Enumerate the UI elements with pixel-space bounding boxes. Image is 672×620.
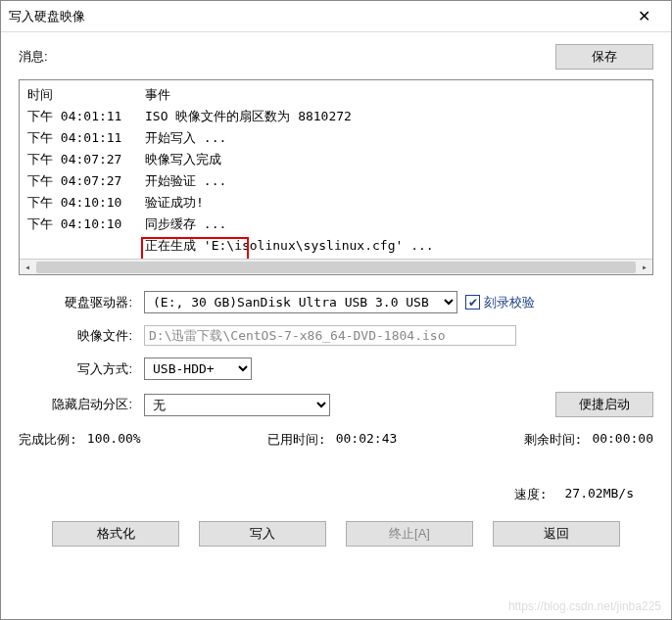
button-row: 格式化 写入 终止[A] 返回	[19, 513, 653, 550]
value-remaining: 00:00:00	[592, 431, 653, 449]
col-header-time: 时间	[27, 84, 145, 106]
log-header: 时间 事件	[27, 84, 645, 106]
log-event: 开始验证 ...	[145, 170, 645, 192]
log-time: 下午 04:01:11	[27, 106, 145, 127]
message-row: 消息: 保存	[19, 44, 653, 70]
log-row: 下午 04:10:10同步缓存 ...	[27, 214, 645, 235]
window-title: 写入硬盘映像	[9, 8, 624, 25]
check-icon: ✔	[465, 295, 480, 310]
value-speed: 27.02MB/s	[565, 486, 634, 503]
write-button[interactable]: 写入	[199, 521, 326, 547]
scrollbar-horizontal[interactable]: ◂ ▸	[20, 259, 652, 274]
value-elapsed: 00:02:43	[336, 431, 398, 449]
save-button[interactable]: 保存	[555, 44, 653, 70]
form-area: 硬盘驱动器: (E:, 30 GB)SanDisk Ultra USB 3.0 …	[19, 285, 653, 421]
label-remaining: 剩余时间:	[524, 431, 583, 449]
log-event: 正在生成 'E:\isolinux\syslinux.cfg' ...	[145, 235, 645, 257]
log-event: ISO 映像文件的扇区数为 8810272	[145, 106, 645, 127]
log-time	[27, 235, 145, 257]
speed-row: 速度: 27.02MB/s	[19, 486, 653, 503]
log-row: 下午 04:10:10验证成功!	[27, 192, 645, 214]
log-time: 下午 04:10:10	[27, 214, 145, 235]
scroll-right-icon[interactable]: ▸	[637, 261, 652, 274]
image-file-field[interactable]	[144, 325, 516, 346]
value-progress: 100.00%	[87, 431, 141, 449]
log-time: 下午 04:07:27	[27, 170, 145, 192]
log-time: 下午 04:07:27	[27, 149, 145, 170]
label-progress: 完成比例:	[19, 431, 77, 449]
content-area: 消息: 保存 时间 事件 下午 04:01:11ISO 映像文件的扇区数为 88…	[1, 32, 671, 619]
format-button[interactable]: 格式化	[52, 521, 179, 547]
row-hidden-boot: 隐藏启动分区: 无 便捷启动	[19, 392, 653, 417]
log-row: 下午 04:01:11开始写入 ...	[27, 127, 645, 149]
dialog-window: 写入硬盘映像 ✕ 消息: 保存 时间 事件 下午 04:01:11ISO 映像文…	[0, 0, 672, 620]
back-button[interactable]: 返回	[493, 521, 620, 547]
message-label: 消息:	[19, 48, 555, 66]
log-event: 开始写入 ...	[145, 127, 645, 149]
log-row: 下午 04:01:11ISO 映像文件的扇区数为 8810272	[27, 106, 645, 127]
scroll-left-icon[interactable]: ◂	[20, 261, 35, 274]
abort-button[interactable]: 终止[A]	[346, 521, 473, 547]
row-write-method: 写入方式: USB-HDD+	[19, 358, 653, 380]
col-header-event: 事件	[145, 84, 645, 106]
label-hidden-boot: 隐藏启动分区:	[19, 396, 136, 413]
row-drive: 硬盘驱动器: (E:, 30 GB)SanDisk Ultra USB 3.0 …	[19, 291, 653, 313]
log-time: 下午 04:10:10	[27, 192, 145, 214]
log-row: 下午 04:07:27映像写入完成	[27, 149, 645, 170]
drive-select[interactable]: (E:, 30 GB)SanDisk Ultra USB 3.0 USB De	[144, 291, 457, 313]
close-icon[interactable]: ✕	[624, 7, 663, 25]
scroll-track[interactable]	[36, 262, 636, 273]
log-event: 映像写入完成	[145, 149, 645, 170]
label-write-method: 写入方式:	[19, 360, 136, 378]
titlebar: 写入硬盘映像 ✕	[1, 1, 671, 32]
log-event: 验证成功!	[145, 192, 645, 214]
verify-label: 刻录校验	[484, 294, 535, 311]
write-method-select[interactable]: USB-HDD+	[144, 358, 252, 380]
row-image-file: 映像文件:	[19, 325, 653, 346]
hidden-boot-select[interactable]: 无	[144, 394, 330, 416]
log-box[interactable]: 时间 事件 下午 04:01:11ISO 映像文件的扇区数为 8810272下午…	[19, 79, 653, 275]
convenient-boot-button[interactable]: 便捷启动	[555, 392, 653, 417]
log-event: 同步缓存 ...	[145, 214, 645, 235]
log-time: 下午 04:01:11	[27, 127, 145, 149]
label-speed: 速度:	[514, 486, 548, 503]
label-elapsed: 已用时间:	[267, 431, 326, 449]
log-row: 下午 04:07:27开始验证 ...	[27, 170, 645, 192]
label-drive: 硬盘驱动器:	[19, 294, 136, 311]
watermark-text: https://blog.csdn.net/jinba225	[508, 599, 661, 613]
log-row: 正在生成 'E:\isolinux\syslinux.cfg' ...	[27, 235, 645, 257]
stats-row: 完成比例: 100.00% 已用时间: 00:02:43 剩余时间: 00:00…	[19, 431, 653, 449]
label-image-file: 映像文件:	[19, 327, 136, 345]
verify-checkbox[interactable]: ✔ 刻录校验	[465, 294, 535, 311]
